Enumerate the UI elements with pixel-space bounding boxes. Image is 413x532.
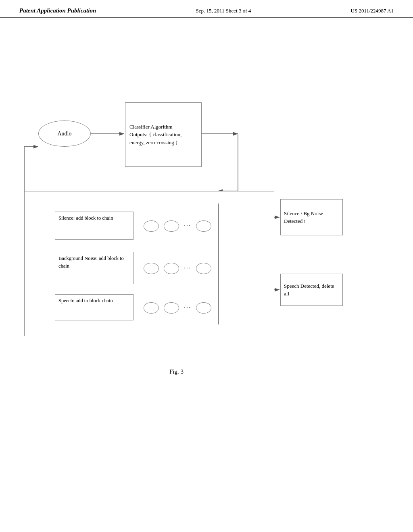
output2-text: Speech Detected, delete all	[284, 282, 339, 298]
circle-group-3: ···	[144, 302, 211, 314]
classifier-title: Classifier Algorithm	[129, 124, 173, 130]
audio-label: Audio	[58, 131, 72, 137]
circle-3a	[144, 302, 159, 314]
dots-2: ···	[184, 265, 191, 272]
publication-label: Patent Application Publication	[19, 7, 96, 14]
patent-number-label: US 2011/224987 A1	[351, 8, 394, 14]
classifier-text: Classifier Algorithm Outputs: { classifi…	[129, 123, 197, 147]
circle-1b	[164, 220, 179, 232]
circle-2b	[164, 263, 179, 274]
circle-1c	[196, 220, 211, 232]
circle-2c	[196, 263, 211, 274]
output1-text: Silence / Bg Noise Detected !	[284, 210, 339, 225]
circle-2a	[144, 263, 159, 274]
row-box-background: Background Noise: add block to chain	[55, 252, 133, 284]
lower-container: Silence: add block to chain Background N…	[24, 191, 274, 336]
row1-label: Silence: add block to chain	[58, 215, 113, 221]
page-header: Patent Application Publication Sep. 15, …	[0, 0, 413, 18]
dots-1: ···	[184, 222, 191, 230]
date-sheet-label: Sep. 15, 2011 Sheet 3 of 4	[196, 8, 251, 14]
row2-label: Background Noise: add block to chain	[58, 256, 124, 269]
audio-ellipse: Audio	[38, 121, 91, 147]
output-box-silence: Silence / Bg Noise Detected !	[280, 199, 343, 235]
output-box-speech: Speech Detected, delete all	[280, 274, 343, 306]
circle-3c	[196, 302, 211, 314]
row3-label: Speech: add to block chain	[58, 298, 113, 303]
row-box-speech: Speech: add to block chain	[55, 294, 133, 320]
circle-group-2: ···	[144, 263, 211, 274]
fig-label: Fig. 3	[169, 368, 184, 375]
vert-divider	[218, 204, 219, 324]
diagram-area: Audio Classifier Algorithm Outputs: { cl…	[0, 18, 413, 501]
row-box-silence: Silence: add block to chain	[55, 212, 133, 240]
classifier-box: Classifier Algorithm Outputs: { classifi…	[125, 102, 202, 167]
circle-1a	[144, 220, 159, 232]
dots-3: ···	[184, 304, 191, 312]
classifier-outputs: Outputs: { classification, energy, zero-…	[129, 131, 181, 145]
circle-3b	[164, 302, 179, 314]
circle-group-1: ···	[144, 220, 211, 232]
